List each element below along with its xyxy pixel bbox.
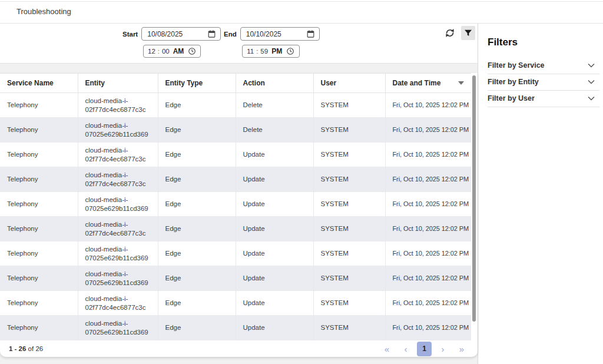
filter-by-service-accordion[interactable]: Filter by Service [488, 58, 599, 74]
table-row[interactable]: Telephony cloud-media-i-02f77dc4ec6877c3… [0, 143, 471, 167]
cell-action: Update [236, 217, 313, 241]
end-datetime-group: End 10/10/2025 11 : 59 PM [224, 27, 320, 58]
filter-by-user-accordion[interactable]: Filter by User [488, 91, 599, 107]
cell-entity-type: Edge [158, 217, 236, 241]
content: Start 10/08/2025 12 : 00 AM [0, 24, 603, 364]
cell-entity-type: Edge [158, 93, 236, 118]
cell-service: Telephony [0, 266, 78, 291]
filter-icon [463, 28, 473, 38]
table-row[interactable]: Telephony cloud-media-i-07025e629b11cd36… [0, 192, 471, 217]
cell-entity: cloud-media-i-02f77dc4ec6877c3c [78, 167, 158, 192]
filter-by-service-label: Filter by Service [488, 61, 545, 70]
start-label: Start [122, 31, 138, 58]
cell-user: SYSTEM [313, 118, 385, 143]
col-header-datetime[interactable]: Date and Time [385, 74, 471, 93]
cell-datetime: Fri, Oct 10, 2025 12:02 PM [385, 241, 471, 266]
table-row[interactable]: Telephony cloud-media-i-07025e629b11cd36… [0, 241, 471, 266]
current-page-button[interactable]: 1 [417, 342, 432, 356]
filters-title: Filters [488, 37, 599, 48]
chevron-down-icon [588, 63, 595, 68]
cell-entity-type: Edge [158, 241, 236, 266]
chevron-down-icon [588, 80, 595, 84]
next-page-button[interactable]: › [435, 342, 450, 356]
cell-service: Telephony [0, 93, 78, 118]
cell-user: SYSTEM [313, 291, 385, 316]
filter-by-entity-label: Filter by Entity [488, 78, 539, 86]
cell-action: Update [236, 291, 313, 316]
audit-table-card: Service Name Entity Entity Type Action U… [0, 73, 478, 357]
cell-user: SYSTEM [313, 241, 385, 266]
cell-service: Telephony [0, 291, 78, 316]
cell-entity-type: Edge [158, 192, 236, 217]
cell-entity-type: Edge [158, 143, 236, 167]
table-row[interactable]: Telephony cloud-media-i-07025e629b11cd36… [0, 266, 471, 291]
cell-entity: cloud-media-i-02f77dc4ec6877c3c [78, 143, 158, 167]
col-header-user[interactable]: User [313, 74, 385, 93]
cell-entity: cloud-media-i-02f77dc4ec6877c3c [78, 93, 158, 118]
table-footer: 1 - 26 of 26 « ‹ 1 › » [0, 340, 478, 357]
top-hairline [0, 1, 603, 2]
table-row[interactable]: Telephony cloud-media-i-02f77dc4ec6877c3… [0, 217, 471, 241]
end-label: End [224, 31, 237, 58]
cell-datetime: Fri, Oct 10, 2025 12:02 PM [385, 316, 471, 340]
table-row[interactable]: Telephony cloud-media-i-02f77dc4ec6877c3… [0, 93, 471, 118]
filter-toggle-button[interactable] [461, 26, 475, 40]
row-count: 1 - 26 of 26 [9, 345, 43, 352]
time-colon: : [158, 48, 160, 55]
cell-service: Telephony [0, 217, 78, 241]
cell-datetime: Fri, Oct 10, 2025 12:02 PM [385, 167, 471, 192]
end-date-input[interactable]: 10/10/2025 [240, 27, 320, 41]
end-time-input[interactable]: 11 : 59 PM [242, 45, 300, 58]
screen: Troubleshooting Start 10/08/2025 [0, 0, 603, 364]
col-header-action[interactable]: Action [236, 74, 313, 93]
col-header-entity-type[interactable]: Entity Type [158, 74, 236, 93]
start-date-input[interactable]: 10/08/2025 [141, 27, 221, 41]
calendar-icon[interactable] [207, 29, 216, 38]
cell-service: Telephony [0, 192, 78, 217]
tab-troubleshooting[interactable]: Troubleshooting [16, 7, 71, 16]
row-total: of 26 [26, 345, 43, 352]
last-page-button[interactable]: » [454, 342, 469, 356]
first-page-button[interactable]: « [379, 342, 395, 356]
cell-datetime: Fri, Oct 10, 2025 12:02 PM [385, 93, 471, 118]
datetime-toolbar: Start 10/08/2025 12 : 00 AM [0, 24, 478, 64]
table-row[interactable]: Telephony cloud-media-i-02f77dc4ec6877c3… [0, 167, 471, 192]
cell-user: SYSTEM [313, 93, 385, 118]
main-panel: Start 10/08/2025 12 : 00 AM [0, 24, 478, 364]
end-hour: 11 [247, 48, 254, 55]
cell-user: SYSTEM [313, 266, 385, 291]
start-meridiem[interactable]: AM [173, 47, 184, 55]
table-scrollbar[interactable] [472, 75, 476, 322]
end-meridiem[interactable]: PM [271, 47, 282, 55]
clock-icon[interactable] [186, 47, 196, 55]
cell-action: Update [236, 167, 313, 192]
pagination: « ‹ 1 › » [379, 342, 469, 356]
cell-service: Telephony [0, 118, 78, 143]
row-range: 1 - 26 [9, 345, 26, 352]
table-header-row: Service Name Entity Entity Type Action U… [0, 74, 471, 93]
cell-entity: cloud-media-i-07025e629b11cd369 [78, 118, 158, 143]
start-date-value: 10/08/2025 [147, 30, 183, 38]
start-time-input[interactable]: 12 : 00 AM [143, 45, 201, 58]
end-date-value: 10/10/2025 [246, 30, 281, 38]
table-row[interactable]: Telephony cloud-media-i-02f77dc4ec6877c3… [0, 291, 471, 316]
cell-action: Update [236, 316, 313, 340]
col-header-service[interactable]: Service Name [0, 74, 78, 93]
calendar-icon[interactable] [306, 29, 315, 38]
table-row[interactable]: Telephony cloud-media-i-07025e629b11cd36… [0, 316, 471, 340]
cell-datetime: Fri, Oct 10, 2025 12:02 PM [385, 192, 471, 217]
cell-datetime: Fri, Oct 10, 2025 12:02 PM [385, 217, 471, 241]
col-header-entity[interactable]: Entity [78, 74, 158, 93]
refresh-button[interactable] [443, 26, 457, 40]
clock-icon[interactable] [284, 47, 294, 55]
cell-user: SYSTEM [313, 192, 385, 217]
sort-desc-icon[interactable] [458, 81, 464, 85]
table-row[interactable]: Telephony cloud-media-i-07025e629b11cd36… [0, 118, 471, 143]
prev-page-button[interactable]: ‹ [398, 342, 413, 356]
filter-by-entity-accordion[interactable]: Filter by Entity [488, 74, 599, 91]
toolbar-actions [443, 26, 475, 40]
cell-service: Telephony [0, 241, 78, 266]
cell-entity: cloud-media-i-02f77dc4ec6877c3c [78, 291, 158, 316]
cell-entity: cloud-media-i-07025e629b11cd369 [78, 192, 158, 217]
audit-table: Service Name Entity Entity Type Action U… [0, 73, 471, 340]
